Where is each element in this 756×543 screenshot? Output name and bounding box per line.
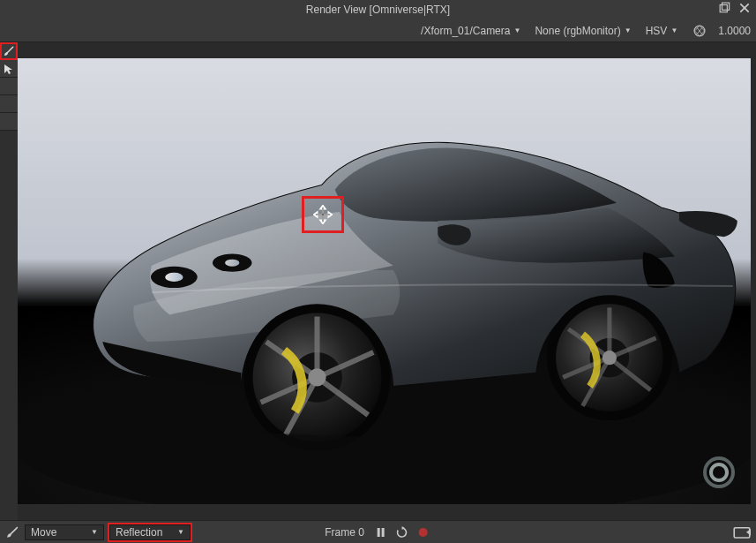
body-area — [0, 42, 756, 520]
render-viewport[interactable] — [18, 58, 751, 504]
render-view-window: Render View [Omniverse|RTX] /Xform_01/Ca… — [0, 0, 756, 543]
camera-path-dropdown[interactable]: /Xform_01/Camera ▼ — [417, 22, 524, 40]
playback-center: Frame 0 — [325, 524, 431, 540]
header-bar: /Xform_01/Camera ▼ None (rgbMonitor) ▼ H… — [0, 19, 756, 42]
tool-slot-3[interactable] — [0, 78, 18, 95]
tool-slot-5[interactable] — [0, 113, 18, 131]
color-mode-dropdown[interactable]: HSV ▼ — [642, 22, 682, 40]
titlebar: Render View [Omniverse|RTX] — [0, 0, 756, 19]
close-icon[interactable] — [738, 2, 751, 14]
chevron-down-icon: ▼ — [625, 26, 632, 34]
record-icon — [419, 528, 428, 537]
render-mode-dropdown[interactable]: Reflection ▼ — [109, 524, 191, 540]
window-controls — [719, 2, 751, 14]
render-scene — [18, 58, 751, 504]
svg-point-22 — [308, 368, 326, 386]
playback-controls — [373, 524, 431, 540]
svg-point-32 — [603, 351, 617, 365]
svg-point-41 — [705, 458, 733, 486]
camera-path-label: /Xform_01/Camera — [421, 25, 510, 37]
frame-label: Frame 0 — [325, 526, 364, 539]
monitor-label: None (rgbMonitor) — [535, 25, 620, 37]
aperture-icon[interactable] — [688, 22, 711, 40]
tool-slot-4[interactable] — [0, 95, 18, 113]
shutter-value[interactable]: 1.0000 — [718, 25, 751, 37]
svg-point-42 — [711, 464, 727, 480]
refresh-button[interactable] — [394, 524, 410, 540]
chevron-down-icon: ▼ — [513, 26, 520, 34]
svg-point-10 — [165, 273, 183, 282]
record-button[interactable] — [415, 524, 431, 540]
svg-marker-47 — [746, 529, 751, 536]
color-mode-label: HSV — [646, 25, 668, 37]
svg-rect-0 — [720, 5, 727, 12]
window-title: Render View [Omniverse|RTX] — [306, 4, 450, 16]
svg-rect-43 — [378, 528, 380, 537]
bottom-bar: Move ▼ Reflection ▼ Frame 0 — [0, 520, 756, 543]
chevron-down-icon: ▼ — [177, 528, 184, 536]
svg-rect-1 — [722, 3, 730, 10]
restore-icon[interactable] — [719, 2, 731, 14]
transform-mode-label: Move — [31, 526, 56, 539]
snapshot-button[interactable] — [733, 524, 751, 540]
chevron-down-icon: ▼ — [91, 528, 98, 536]
brush-icon[interactable] — [5, 525, 19, 539]
monitor-dropdown[interactable]: None (rgbMonitor) ▼ — [531, 22, 634, 40]
viewport-logo-icon — [701, 455, 737, 490]
brush-tool-button[interactable] — [0, 42, 18, 60]
chevron-down-icon: ▼ — [670, 26, 677, 34]
render-mode-label: Reflection — [116, 526, 162, 539]
transform-mode-dropdown[interactable]: Move ▼ — [25, 524, 104, 540]
left-toolbox — [0, 42, 18, 520]
pause-button[interactable] — [373, 524, 389, 540]
svg-point-12 — [225, 260, 239, 267]
svg-rect-44 — [382, 528, 385, 537]
cursor-tool-button[interactable] — [0, 60, 18, 78]
